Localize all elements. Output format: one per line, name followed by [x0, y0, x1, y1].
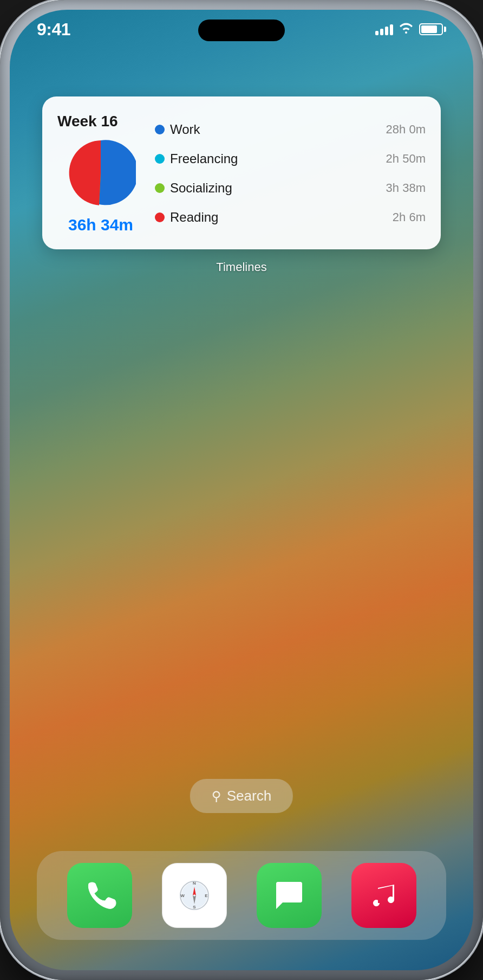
dock: N S W E	[37, 851, 446, 940]
widget-app-label: Timelines	[216, 260, 266, 274]
dot-freelancing	[155, 154, 165, 164]
status-time: 9:41	[37, 20, 70, 40]
widget-week-label: Week 16	[57, 113, 118, 130]
dock-app-safari[interactable]: N S W E	[162, 863, 227, 928]
dot-work	[155, 125, 165, 134]
dot-reading	[155, 212, 165, 222]
dot-socializing	[155, 183, 165, 193]
dynamic-island	[198, 20, 285, 41]
search-button-label: Search	[227, 788, 271, 804]
widget[interactable]: Week 16	[42, 96, 441, 249]
time-reading: 2h 6m	[393, 210, 426, 224]
battery-icon	[419, 23, 446, 35]
signal-bar-4	[390, 24, 393, 35]
category-reading: Reading	[170, 210, 218, 225]
signal-bar-3	[385, 27, 388, 35]
widget-left: Week 16	[57, 113, 144, 234]
widget-row-freelancing: Freelancing 2h 50m	[155, 151, 426, 166]
signal-bar-2	[380, 29, 383, 35]
search-icon: ⚲	[212, 789, 221, 804]
time-freelancing: 2h 50m	[386, 152, 426, 166]
phone-outer: 9:41	[0, 0, 483, 980]
dock-app-phone[interactable]	[67, 863, 132, 928]
svg-text:E: E	[205, 893, 208, 898]
svg-text:N: N	[193, 881, 196, 886]
category-freelancing: Freelancing	[170, 151, 238, 166]
signal-bars-icon	[375, 23, 393, 35]
phone-screen: 9:41	[10, 10, 473, 970]
category-socializing: Socializing	[170, 180, 232, 196]
widget-right: Work 28h 0m Freelancing 2h 50m Socializi…	[155, 113, 426, 234]
widget-row-socializing: Socializing 3h 38m	[155, 180, 426, 196]
svg-text:S: S	[193, 905, 196, 910]
time-socializing: 3h 38m	[386, 181, 426, 195]
wifi-icon	[399, 22, 414, 37]
pie-chart	[66, 138, 136, 208]
widget-total-time: 36h 34m	[68, 216, 133, 234]
svg-text:W: W	[180, 893, 185, 898]
status-icons	[375, 22, 446, 37]
widget-row-reading: Reading 2h 6m	[155, 210, 426, 225]
category-work: Work	[170, 122, 200, 137]
dock-app-messages[interactable]	[257, 863, 322, 928]
time-work: 28h 0m	[386, 122, 426, 137]
search-button[interactable]: ⚲ Search	[190, 779, 293, 813]
widget-row-work: Work 28h 0m	[155, 122, 426, 137]
signal-bar-1	[375, 31, 378, 35]
dock-app-music[interactable]	[351, 863, 416, 928]
